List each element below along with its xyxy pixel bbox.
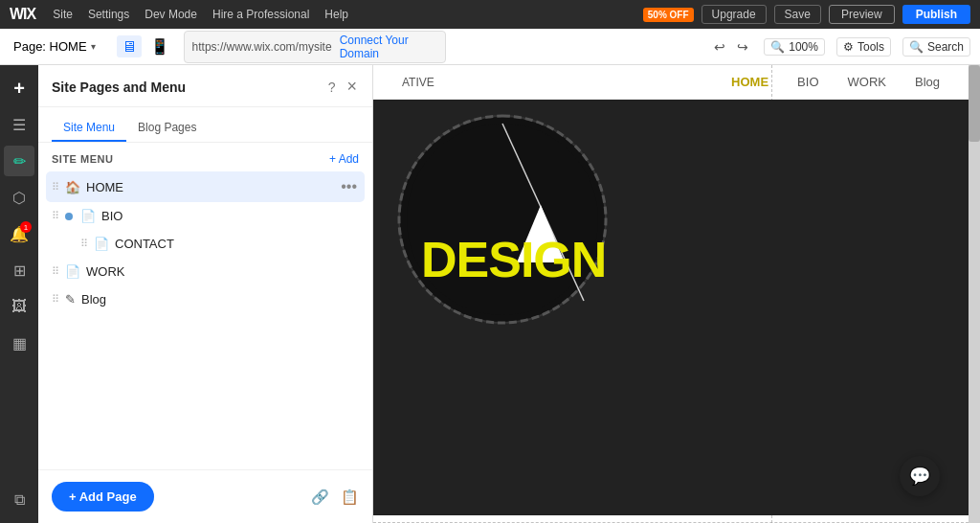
work-icon: 📄 (65, 264, 80, 279)
nav-settings[interactable]: Settings (84, 6, 133, 23)
sidebar-icon-apps[interactable]: ⊞ (4, 255, 34, 285)
tab-blog-pages[interactable]: Blog Pages (126, 115, 208, 142)
menu-item-work[interactable]: ⠿ 📄 WORK (46, 258, 365, 285)
url-bar: https://www.wix.com/mysite Connect Your … (184, 31, 446, 63)
menu-item-bio-label: BIO (101, 209, 359, 223)
bio-icon: 📄 (80, 209, 96, 223)
search-label: Search (927, 40, 964, 54)
preview-nav-work[interactable]: WORK (848, 75, 886, 89)
tools-label: Tools (858, 40, 884, 54)
menu-item-contact[interactable]: ⠿ 📄 CONTACT (46, 230, 365, 258)
mobile-view-button[interactable]: 📱 (145, 35, 174, 57)
sidebar-icon-design[interactable]: ⬡ (4, 182, 34, 213)
view-icons: 🖥 📱 (117, 35, 174, 57)
add-page-link[interactable]: + Add (329, 152, 359, 166)
canvas-area: ATIVE HOME BIO WORK Blog (373, 65, 980, 523)
chat-bubble[interactable]: 💬 (900, 456, 940, 496)
sidebar-icon-alert[interactable]: 🔔 1 (4, 218, 34, 249)
svg-text:DESIGN: DESIGN (421, 232, 606, 287)
menu-item-contact-label: CONTACT (115, 237, 359, 251)
menu-item-home[interactable]: ⠿ 🏠 HOME ••• (46, 171, 365, 202)
nav-devmode[interactable]: Dev Mode (141, 6, 201, 23)
search-button[interactable]: 🔍 Search (902, 37, 970, 57)
upgrade-button[interactable]: Upgrade (702, 5, 767, 24)
page-selector-label: Page: HOME (13, 39, 87, 54)
publish-button[interactable]: Publish (902, 5, 970, 24)
url-text: https://www.wix.com/mysite (192, 40, 332, 54)
sidebar-icon-pages[interactable]: ☰ (4, 109, 34, 140)
menu-item-home-label: HOME (86, 180, 333, 194)
panel-close-button[interactable]: × (345, 75, 359, 99)
menu-item-bio[interactable]: ⠿ 📄 BIO (46, 202, 365, 230)
drag-handle-icon: ⠿ (52, 210, 59, 222)
tools-button[interactable]: ⚙ Tools (836, 37, 891, 57)
page-selector[interactable]: Page: HOME ▾ (10, 37, 100, 56)
chevron-down-icon: ▾ (91, 41, 96, 52)
preview-nav-blog[interactable]: Blog (915, 75, 940, 89)
preview-nav-bio[interactable]: BIO (797, 75, 818, 89)
left-sidebar: + ☰ ✏ ⬡ 🔔 1 ⊞ 🖼 ▦ ⧉ (0, 65, 38, 523)
footer-icons: 🔗 📋 (311, 489, 359, 506)
panel-header-icons: ? × (326, 75, 359, 99)
topbar: WIX Site Settings Dev Mode Hire a Profes… (0, 0, 980, 29)
menu-item-blog[interactable]: ⠿ ✎ Blog (46, 285, 365, 313)
blog-icon: ✎ (65, 292, 76, 307)
save-button[interactable]: Save (774, 5, 821, 24)
drag-handle-icon: ⠿ (52, 265, 59, 278)
secondbar: Page: HOME ▾ 🖥 📱 https://www.wix.com/mys… (0, 29, 980, 65)
contact-icon: 📄 (94, 237, 109, 251)
add-page-button[interactable]: + Add Page (52, 482, 154, 512)
sidebar-icon-layers[interactable]: ⧉ (4, 485, 34, 515)
desktop-view-button[interactable]: 🖥 (117, 35, 142, 57)
zoom-icon: 🔍 (770, 40, 785, 54)
main-layout: + ☰ ✏ ⬡ 🔔 1 ⊞ 🖼 ▦ ⧉ Site Pages and Menu … (0, 65, 980, 523)
nav-hire[interactable]: Hire a Professional (209, 6, 313, 23)
tab-site-menu[interactable]: Site Menu (52, 115, 126, 142)
sidebar-icon-media[interactable]: 🖼 (4, 291, 34, 322)
nav-help[interactable]: Help (321, 6, 352, 23)
bio-dot (65, 213, 73, 220)
preview-content: DESIGN 💬 (373, 100, 969, 515)
drag-handle-icon: ⠿ (80, 238, 88, 250)
scrollbar[interactable] (969, 65, 980, 523)
preview-nav: ATIVE HOME BIO WORK Blog (373, 65, 969, 100)
copy-icon-button[interactable]: 📋 (341, 489, 359, 506)
menu-item-home-more[interactable]: ••• (339, 178, 359, 195)
undo-redo: ↩ ↪ (710, 37, 752, 57)
site-preview: ATIVE HOME BIO WORK Blog (373, 65, 969, 523)
panel-title: Site Pages and Menu (52, 80, 186, 95)
preview-button[interactable]: Preview (829, 5, 895, 24)
undo-button[interactable]: ↩ (710, 37, 729, 57)
panel-footer: + Add Page 🔗 📋 (38, 469, 372, 523)
tools-icon: ⚙ (843, 40, 854, 54)
panel-tabs: Site Menu Blog Pages (38, 107, 372, 143)
nav-site[interactable]: Site (49, 6, 77, 23)
zoom-control[interactable]: 🔍 100% (764, 38, 825, 56)
alert-badge: 1 (20, 221, 32, 233)
menu-item-work-label: WORK (86, 264, 359, 279)
zoom-level: 100% (789, 40, 818, 54)
drag-handle-icon: ⠿ (52, 181, 59, 193)
preview-nav-home[interactable]: HOME (731, 75, 768, 89)
search-icon: 🔍 (909, 40, 924, 54)
link-icon-button[interactable]: 🔗 (311, 489, 329, 506)
menu-item-blog-label: Blog (81, 292, 359, 307)
panel-section-title: Site Menu (52, 153, 113, 165)
scrollbar-thumb[interactable] (969, 65, 980, 142)
drag-handle-icon: ⠿ (52, 293, 59, 306)
brand-partial: ATIVE (402, 76, 434, 89)
panel: Site Pages and Menu ? × Site Menu Blog P… (38, 65, 373, 523)
discount-badge: 50% OFF (643, 8, 694, 22)
panel-header: Site Pages and Menu ? × (38, 65, 372, 107)
connect-domain-link[interactable]: Connect Your Domain (340, 34, 437, 60)
panel-help-button[interactable]: ? (326, 78, 338, 97)
redo-button[interactable]: ↪ (733, 37, 752, 57)
secondbar-controls: ↩ ↪ 🔍 100% ⚙ Tools 🔍 Search (710, 37, 970, 57)
sidebar-icon-editor[interactable]: ✏ (4, 146, 34, 176)
menu-list: ⠿ 🏠 HOME ••• ⠿ 📄 BIO ⠿ 📄 CONTACT ⠿ 📄 (38, 171, 372, 313)
sidebar-icon-add[interactable]: + (4, 73, 34, 103)
wix-logo: WIX (10, 6, 35, 23)
sidebar-icon-grid[interactable]: ▦ (4, 328, 34, 358)
panel-section-header: Site Menu + Add (38, 143, 372, 171)
circle-logo: DESIGN (392, 109, 612, 330)
